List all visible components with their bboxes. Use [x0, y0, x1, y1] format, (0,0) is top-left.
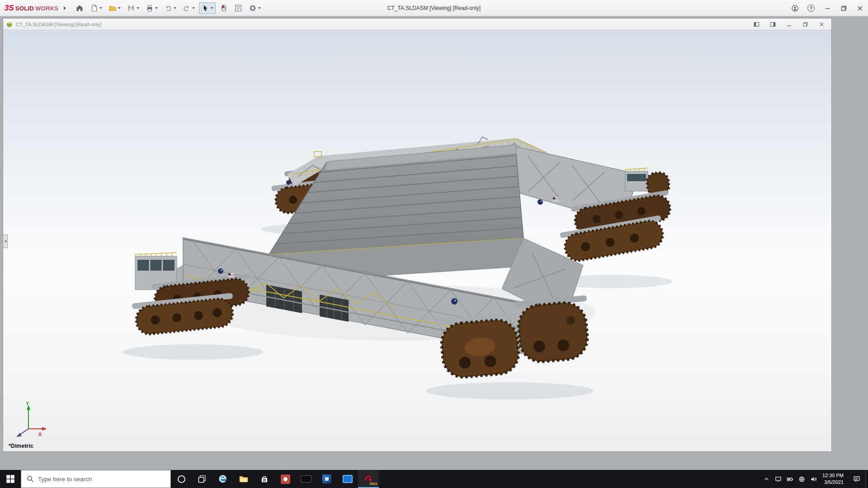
graphics-viewport[interactable]: Y X *Dimetric	[3, 30, 831, 451]
globe-icon	[798, 476, 805, 483]
chevron-down-icon[interactable]	[155, 7, 158, 9]
select-cursor-icon	[201, 4, 209, 12]
help-button[interactable]: ?	[803, 0, 819, 16]
orientation-triad: Y X	[8, 401, 49, 439]
folder-icon	[239, 474, 248, 483]
show-desktop-strip[interactable]	[865, 470, 868, 488]
speaker-icon	[810, 476, 817, 483]
edge-logo-icon	[218, 474, 227, 483]
start-button[interactable]	[0, 470, 21, 488]
taskbar-app-icon[interactable]	[337, 470, 358, 488]
chevron-down-icon[interactable]	[137, 7, 139, 9]
red-app-tile-icon	[281, 474, 290, 484]
open-folder-icon	[108, 4, 117, 12]
home-icon	[75, 4, 84, 12]
doc-restore-button[interactable]	[800, 20, 811, 28]
assembly-icon	[6, 21, 13, 28]
windows-logo-icon	[6, 474, 15, 483]
new-document-icon	[90, 4, 98, 12]
tray-battery-icon[interactable]	[784, 470, 796, 488]
mouse-icon	[220, 4, 228, 12]
document-titlebar[interactable]: CT_TA.SLDASM [Viewing] [Read-only]	[3, 19, 831, 30]
deck	[269, 145, 524, 254]
save-button[interactable]	[125, 2, 142, 14]
3ds-logo-icon: 3S	[5, 4, 14, 13]
tray-network-icon[interactable]	[796, 470, 808, 488]
app-titlebar: 3S SOLID WORKS	[0, 0, 868, 16]
taskbar-search[interactable]	[21, 470, 171, 488]
doc-minimize-button[interactable]	[783, 20, 794, 28]
new-document-button[interactable]	[88, 2, 104, 14]
screen-app-tile-icon	[301, 475, 311, 483]
taskbar-app-icon[interactable]	[275, 470, 296, 488]
battery-icon	[787, 476, 793, 483]
chevron-down-icon[interactable]	[192, 7, 195, 9]
options-button[interactable]	[246, 2, 263, 14]
file-explorer-icon[interactable]	[233, 470, 254, 488]
pane-right-button[interactable]	[767, 20, 778, 28]
document-title: CT_TA.SLDASM [Viewing] [Read-only]	[16, 22, 101, 27]
account-button[interactable]	[787, 0, 803, 16]
chevron-down-icon[interactable]	[258, 7, 261, 9]
action-center-button[interactable]	[848, 470, 865, 488]
solidworks-application: 3S SOLID WORKS	[0, 0, 868, 488]
close-button[interactable]	[852, 0, 868, 16]
taskbar-app-icon[interactable]	[316, 470, 337, 488]
task-view-squares-icon	[198, 474, 207, 483]
chevron-left-icon	[5, 240, 6, 243]
blue-app-tile-icon	[322, 474, 331, 483]
window-app-tile-icon	[343, 475, 353, 483]
undo-button[interactable]	[162, 2, 179, 14]
crawler-transporter-model	[3, 30, 831, 451]
restore-icon	[840, 5, 847, 12]
clock-time: 12:30 PM	[822, 472, 844, 479]
taskbar-app-icon[interactable]	[296, 470, 316, 488]
store-icon[interactable]	[254, 470, 275, 488]
properties-list-icon	[234, 4, 242, 12]
cortana-icon[interactable]	[171, 470, 192, 488]
task-view-icon[interactable]	[192, 470, 212, 488]
edge-icon[interactable]	[212, 470, 233, 488]
tray-display-icon[interactable]	[773, 470, 784, 488]
chevron-down-icon[interactable]	[211, 7, 213, 9]
solidworks-taskbar-icon[interactable]: 2021	[358, 470, 379, 488]
search-input[interactable]	[38, 476, 151, 483]
restore-button[interactable]	[835, 0, 852, 16]
gear-icon	[249, 4, 257, 12]
select-tool-button[interactable]	[199, 2, 216, 14]
window-title: CT_TA.SLDASM [Viewing] [Read-only]	[387, 0, 481, 16]
solidworks-logo[interactable]: 3S SOLID WORKS	[0, 4, 60, 13]
print-button[interactable]	[143, 2, 160, 14]
action-center-icon	[853, 475, 860, 483]
pane-left-button[interactable]	[751, 20, 762, 28]
mouse-gestures-button[interactable]	[217, 2, 230, 14]
x-axis-label: X	[38, 432, 42, 437]
user-icon	[792, 5, 798, 12]
windows-taskbar: 2021 12:30 PM 3/5/2021	[0, 470, 868, 488]
tray-expand-button[interactable]	[761, 470, 773, 488]
minimize-button[interactable]	[819, 0, 835, 16]
chevron-down-icon[interactable]	[118, 7, 121, 9]
doc-close-button[interactable]	[816, 20, 827, 28]
taskbar-clock[interactable]: 12:30 PM 3/5/2021	[820, 470, 848, 488]
quick-access-toolbar	[73, 2, 263, 14]
home-button[interactable]	[73, 2, 86, 14]
minimize-icon	[786, 21, 793, 28]
feature-tree-collapse-tab[interactable]	[3, 235, 8, 248]
rebuild-button[interactable]	[180, 2, 197, 14]
menu-expand-icon[interactable]	[64, 6, 66, 10]
pane-right-icon	[769, 21, 776, 28]
taskbar-empty-area	[379, 470, 761, 488]
search-icon	[27, 475, 34, 483]
tray-volume-icon[interactable]	[808, 470, 820, 488]
chevron-down-icon[interactable]	[174, 7, 176, 9]
open-button[interactable]	[106, 2, 123, 14]
document-window-controls	[751, 20, 827, 28]
chevron-down-icon[interactable]	[99, 7, 102, 9]
print-icon	[146, 4, 154, 12]
brand-text-solid: SOLID	[15, 5, 34, 12]
undo-icon	[164, 4, 172, 12]
save-icon	[127, 4, 135, 12]
y-axis-label: Y	[26, 401, 29, 406]
file-properties-button[interactable]	[232, 2, 245, 14]
